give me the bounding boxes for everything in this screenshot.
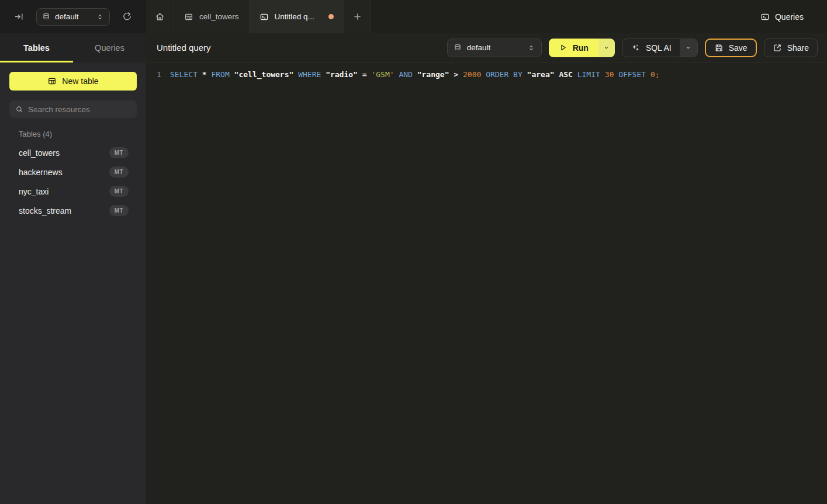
collapse-sidebar-button[interactable] <box>14 12 24 22</box>
terminal-icon <box>259 12 269 22</box>
share-button[interactable]: Share <box>764 39 818 57</box>
code-line: 1 SELECT * FROM "cell_towers" WHERE "rad… <box>146 68 827 81</box>
table-engine-badge: MT <box>109 147 129 158</box>
main-panel: Untitled query default <box>146 33 827 504</box>
toolbar-database-value: default <box>467 43 522 52</box>
share-icon <box>773 43 782 53</box>
connection-bar: default <box>0 0 146 33</box>
table-name: cell_towers <box>19 148 60 158</box>
active-tab-underline <box>0 61 73 62</box>
tables-section-label: Tables (4) <box>19 130 137 138</box>
page-title: Untitled query <box>157 43 211 53</box>
sql-ai-label: SQL AI <box>646 43 672 53</box>
chevron-updown-icon <box>527 44 535 52</box>
tab-label: Untitled q... <box>275 12 314 21</box>
queries-button[interactable]: Queries <box>760 12 804 22</box>
table-icon <box>184 12 193 22</box>
chevron-down-icon <box>603 44 610 51</box>
table-name: hackernews <box>19 168 63 177</box>
sidebar-tabs: Tables Queries <box>0 33 146 62</box>
database-icon <box>454 44 462 52</box>
table-row-hackernews[interactable]: hackernews MT <box>0 162 146 182</box>
chevron-updown-icon <box>96 13 104 21</box>
table-name: nyc_taxi <box>19 187 49 196</box>
query-header: Untitled query default <box>146 33 827 62</box>
table-engine-badge: MT <box>109 186 129 197</box>
table-row-nyc-taxi[interactable]: nyc_taxi MT <box>0 182 146 201</box>
query-toolbar: default Run <box>447 39 818 57</box>
sql-code: SELECT * FROM "cell_towers" WHERE "radio… <box>170 68 660 81</box>
search-input[interactable] <box>28 105 132 114</box>
save-icon <box>714 43 724 53</box>
home-icon <box>155 12 165 22</box>
run-options-button[interactable] <box>598 39 615 57</box>
database-selector-value: default <box>55 12 91 21</box>
share-button-label: Share <box>787 43 809 53</box>
table-name: stocks_stream <box>19 206 71 215</box>
sidebar: Tables Queries New table Tables (4) <box>0 33 146 504</box>
run-button-label: Run <box>573 43 589 53</box>
search-box <box>9 100 137 118</box>
run-button-group: Run <box>549 39 615 57</box>
collapse-sidebar-icon <box>14 12 24 22</box>
table-engine-badge: MT <box>109 205 129 216</box>
sql-ai-button[interactable]: SQL AI <box>622 39 680 57</box>
save-button[interactable]: Save <box>705 39 757 57</box>
terminal-icon <box>760 12 770 22</box>
database-icon <box>42 13 50 21</box>
plus-icon <box>353 12 362 21</box>
sql-editor[interactable]: 1 SELECT * FROM "cell_towers" WHERE "rad… <box>146 62 827 504</box>
refresh-icon <box>122 12 132 22</box>
sql-ai-button-group: SQL AI <box>622 39 698 57</box>
table-row-cell-towers[interactable]: cell_towers MT <box>0 143 146 162</box>
unsaved-changes-dot <box>328 14 334 19</box>
tab-label: cell_towers <box>199 12 239 21</box>
tab-untitled-query[interactable]: Untitled q... <box>250 0 344 33</box>
new-tab-button[interactable] <box>344 0 371 33</box>
save-button-label: Save <box>729 43 748 53</box>
refresh-button[interactable] <box>122 12 132 22</box>
play-icon <box>559 43 568 52</box>
run-button[interactable]: Run <box>549 39 598 57</box>
sparkles-icon <box>631 43 640 53</box>
tab-strip: cell_towers Untitled q... <box>146 0 371 33</box>
queries-button-label: Queries <box>775 12 804 22</box>
table-row-stocks-stream[interactable]: stocks_stream MT <box>0 201 146 220</box>
tab-home[interactable] <box>146 0 174 33</box>
line-number: 1 <box>152 68 166 81</box>
new-table-label: New table <box>62 77 98 86</box>
tab-cell-towers[interactable]: cell_towers <box>174 0 250 33</box>
table-icon <box>47 77 57 86</box>
table-engine-badge: MT <box>109 166 129 178</box>
sidebar-tab-queries[interactable]: Queries <box>73 33 146 62</box>
database-selector[interactable]: default <box>36 8 110 26</box>
search-icon <box>15 105 23 113</box>
sql-ai-options-button[interactable] <box>680 39 697 57</box>
sidebar-tab-tables[interactable]: Tables <box>0 33 73 62</box>
top-bar: default <box>0 0 827 33</box>
top-bar-right: Queries <box>371 0 827 33</box>
new-table-button[interactable]: New table <box>9 72 137 91</box>
chevron-down-icon <box>684 44 692 51</box>
toolbar-database-selector[interactable]: default <box>447 39 542 57</box>
